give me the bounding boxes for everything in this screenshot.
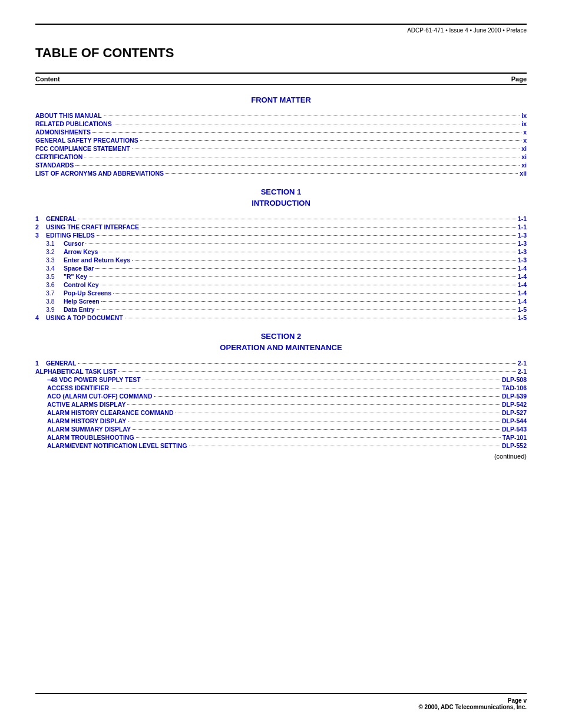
toc-entry: –48 VDC POWER SUPPLY TESTDLP-508: [35, 376, 527, 383]
entry-label: ALARM/EVENT NOTIFICATION LEVEL SETTING: [47, 442, 187, 449]
content-column-header: Content: [35, 75, 60, 83]
toc-entry: ACO (ALARM CUT-OFF) COMMANDDLP-539: [35, 393, 527, 400]
entry-page: 1-4: [518, 273, 527, 280]
entry-page: 1-5: [518, 314, 527, 321]
entry-dots: [141, 227, 516, 228]
entry-dots: [189, 446, 500, 446]
entry-dots: [85, 243, 515, 244]
entry-page: xii: [520, 170, 527, 177]
entry-subnumber: 3.4: [46, 265, 64, 272]
toc-entry: ALPHABETICAL TASK LIST2-1: [35, 368, 527, 375]
entry-subnumber: 3.5: [46, 273, 64, 280]
entry-label: Help Screen: [64, 298, 100, 305]
toc-entry: 4USING A TOP DOCUMENT1-5: [35, 314, 527, 321]
entry-label: STANDARDS: [35, 162, 74, 169]
entry-page: 1-4: [518, 265, 527, 272]
entry-page: 1-1: [518, 215, 527, 222]
entry-label: Control Key: [64, 281, 99, 288]
entry-page: TAD-106: [502, 384, 527, 391]
entry-label: ADMONISHMENTS: [35, 129, 91, 136]
entry-page: 1-4: [518, 281, 527, 288]
entry-subnumber: 3.8: [46, 298, 64, 305]
entry-number: 4: [35, 314, 46, 321]
footer-page-label: Page v: [508, 697, 527, 704]
entry-label: Data Entry: [64, 306, 95, 313]
entry-label: Cursor: [64, 240, 84, 247]
table-header-row: Content Page: [35, 73, 527, 85]
entry-dots: [97, 235, 516, 236]
entry-label: Pop-Up Screens: [64, 289, 111, 297]
entry-dots: [125, 318, 516, 318]
entry-dots: [101, 301, 516, 302]
toc-entry: ALARM HISTORY CLEARANCE COMMANDDLP-527: [35, 409, 527, 416]
section1-heading: SECTION 1 INTRODUCTION: [35, 186, 527, 209]
toc-entry: 3.6Control Key1-4: [35, 281, 527, 288]
entry-number: 1: [35, 215, 46, 222]
entry-dots: [104, 116, 520, 116]
entry-dots: [75, 165, 520, 166]
entry-page: 2-1: [518, 360, 527, 367]
entry-page: xi: [521, 162, 527, 169]
entry-page: DLP-552: [502, 442, 527, 449]
entry-label: USING A TOP DOCUMENT: [46, 314, 123, 321]
entry-label: GENERAL: [46, 215, 76, 222]
entry-number: 1: [35, 360, 46, 367]
section2-entries: 1GENERAL2-1ALPHABETICAL TASK LIST2-1–48 …: [35, 360, 527, 449]
footer-copyright: © 2000, ADC Telecommunications, Inc.: [418, 704, 527, 710]
toc-entry: ACTIVE ALARMS DISPLAYDLP-542: [35, 401, 527, 408]
entry-page: 1-3: [518, 248, 527, 255]
entry-page: 1-3: [518, 240, 527, 247]
entry-label: FCC COMPLIANCE STATEMENT: [35, 145, 130, 152]
front-matter-heading: FRONT MATTER: [35, 94, 527, 106]
entry-label: EDITING FIELDS: [46, 232, 95, 239]
footer-text-block: Page v © 2000, ADC Telecommunications, I…: [35, 697, 527, 710]
entry-subnumber: 3.3: [46, 256, 64, 263]
toc-entry: GENERAL SAFETY PRECAUTIONSx: [35, 137, 527, 144]
entry-label: ACCESS IDENTIFIER: [47, 384, 109, 391]
entry-dots: [166, 173, 518, 174]
entry-subnumber: 3.7: [46, 289, 64, 297]
page-column-header: Page: [511, 75, 527, 83]
entry-dots: [175, 413, 500, 413]
toc-entry: 3.4Space Bar1-4: [35, 265, 527, 272]
entry-page: TAP-101: [503, 434, 527, 441]
entry-dots: [143, 380, 500, 380]
toc-entry: ALARM/EVENT NOTIFICATION LEVEL SETTINGDL…: [35, 442, 527, 449]
entry-dots: [78, 219, 515, 219]
toc-entry: ADMONISHMENTSx: [35, 129, 527, 136]
entry-subnumber: 3.9: [46, 306, 64, 313]
entry-dots: [133, 429, 500, 430]
entry-dots: [101, 285, 516, 285]
entry-label: LIST OF ACRONYMS AND ABBREVIATIONS: [35, 170, 164, 177]
footer-rule: [35, 693, 527, 694]
front-matter-entries: ABOUT THIS MANUALixRELATED PUBLICATIONSi…: [35, 112, 527, 177]
entry-subnumber: 3.6: [46, 281, 64, 288]
toc-entry: 1GENERAL1-1: [35, 215, 527, 222]
entry-label: RELATED PUBLICATIONS: [35, 120, 112, 127]
entry-page: xi: [521, 145, 527, 152]
entry-dots: [84, 157, 520, 157]
entry-label: USING THE CRAFT INTERFACE: [46, 223, 139, 230]
toc-entry: 3.9Data Entry1-5: [35, 306, 527, 313]
entry-label: CERTIFICATION: [35, 153, 82, 160]
entry-page: ix: [521, 120, 527, 127]
entry-dots: [140, 140, 522, 141]
entry-page: DLP-544: [502, 417, 527, 424]
entry-label: Enter and Return Keys: [64, 256, 130, 263]
toc-entry: 3.1Cursor1-3: [35, 240, 527, 247]
entry-page: 1-3: [518, 232, 527, 239]
toc-entry: LIST OF ACRONYMS AND ABBREVIATIONSxii: [35, 170, 527, 177]
entry-label: ALPHABETICAL TASK LIST: [35, 368, 117, 375]
entry-page: 1-5: [518, 306, 527, 313]
entry-label: GENERAL: [46, 360, 76, 367]
entry-page: DLP-542: [502, 401, 527, 408]
entry-label: ACO (ALARM CUT-OFF) COMMAND: [47, 393, 152, 400]
entry-dots: [111, 388, 500, 388]
toc-entry: FCC COMPLIANCE STATEMENTxi: [35, 145, 527, 152]
toc-entry: 3EDITING FIELDS1-3: [35, 232, 527, 239]
entry-page: DLP-508: [502, 376, 527, 383]
entry-subnumber: 3.1: [46, 240, 64, 247]
toc-entry: ACCESS IDENTIFIERTAD-106: [35, 384, 527, 391]
toc-entry: 3.3Enter and Return Keys1-3: [35, 256, 527, 263]
section1-entries: 1GENERAL1-12USING THE CRAFT INTERFACE1-1…: [35, 215, 527, 321]
